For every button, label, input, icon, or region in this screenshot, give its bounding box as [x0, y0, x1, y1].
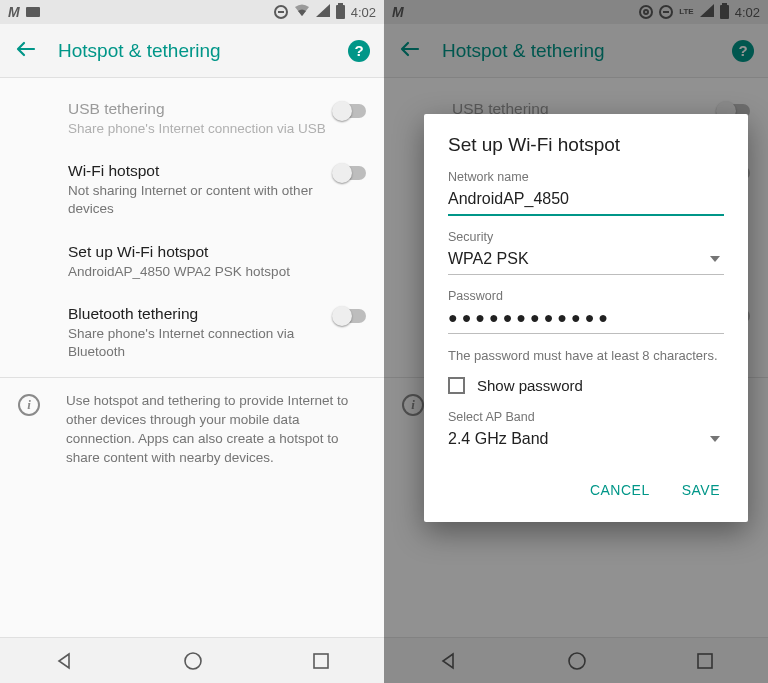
- row-wifi-hotspot[interactable]: Wi-Fi hotspot Not sharing Internet or co…: [0, 150, 384, 230]
- row-subtitle: Not sharing Internet or content with oth…: [68, 182, 332, 218]
- screen-right: M LTE 4:02 Hotspot & tethering ? USB tet…: [384, 0, 768, 683]
- row-usb-tethering[interactable]: USB tethering Share phone's Internet con…: [0, 88, 384, 150]
- dialog-title: Set up Wi-Fi hotspot: [448, 134, 724, 156]
- info-icon: i: [18, 394, 40, 416]
- signal-icon: [316, 4, 330, 20]
- save-button[interactable]: SAVE: [678, 474, 724, 506]
- show-password-row[interactable]: Show password: [448, 377, 724, 394]
- checkbox-label: Show password: [477, 377, 583, 394]
- dnd-icon: [274, 5, 288, 19]
- svg-point-0: [185, 653, 201, 669]
- field-label: Security: [448, 230, 724, 244]
- nav-home-icon[interactable]: [182, 650, 204, 672]
- help-icon[interactable]: ?: [348, 40, 370, 62]
- back-icon[interactable]: [14, 38, 36, 64]
- dialog-setup-hotspot: Set up Wi-Fi hotspot Network name Androi…: [424, 114, 748, 522]
- row-title: USB tethering: [68, 100, 332, 118]
- checkbox-show-password[interactable]: [448, 377, 465, 394]
- row-subtitle: Share phone's Internet connection via US…: [68, 120, 332, 138]
- wifi-icon: [294, 4, 310, 20]
- screen-left: M 4:02 Hotspot & tethering ? USB tetheri…: [0, 0, 384, 683]
- field-password[interactable]: Password ●●●●●●●●●●●●: [448, 289, 724, 334]
- toggle-wifi[interactable]: [334, 166, 366, 180]
- nav-back-icon[interactable]: [53, 650, 75, 672]
- info-text: Use hotspot and tethering to provide Int…: [66, 392, 366, 468]
- field-security[interactable]: Security WPA2 PSK: [448, 230, 724, 275]
- row-subtitle: Share phone's Internet connection via Bl…: [68, 325, 332, 361]
- field-label: Network name: [448, 170, 724, 184]
- field-label: Password: [448, 289, 724, 303]
- field-ap-band[interactable]: Select AP Band 2.4 GHz Band: [448, 410, 724, 454]
- page-title: Hotspot & tethering: [58, 40, 348, 62]
- dialog-actions: CANCEL SAVE: [448, 468, 724, 512]
- notif-icon-m: M: [8, 4, 20, 20]
- nav-bar: [0, 637, 384, 683]
- svg-rect-1: [314, 654, 328, 668]
- status-time: 4:02: [351, 5, 376, 20]
- settings-list: USB tethering Share phone's Internet con…: [0, 78, 384, 637]
- password-hint: The password must have at least 8 charac…: [448, 348, 724, 363]
- password-input[interactable]: ●●●●●●●●●●●●: [448, 307, 724, 334]
- ap-band-select[interactable]: 2.4 GHz Band: [448, 428, 724, 454]
- info-row: i Use hotspot and tethering to provide I…: [0, 377, 384, 482]
- row-bluetooth-tethering[interactable]: Bluetooth tethering Share phone's Intern…: [0, 293, 384, 373]
- row-setup-hotspot[interactable]: Set up Wi-Fi hotspot AndroidAP_4850 WPA2…: [0, 231, 384, 293]
- toggle-bt[interactable]: [334, 309, 366, 323]
- row-title: Bluetooth tethering: [68, 305, 332, 323]
- network-name-input[interactable]: AndroidAP_4850: [448, 188, 724, 216]
- row-title: Wi-Fi hotspot: [68, 162, 332, 180]
- security-select[interactable]: WPA2 PSK: [448, 248, 724, 275]
- cancel-button[interactable]: CANCEL: [586, 474, 654, 506]
- notif-icon-screenshot: [26, 7, 40, 17]
- app-bar: Hotspot & tethering ?: [0, 24, 384, 78]
- battery-icon: [336, 5, 345, 19]
- toggle-usb[interactable]: [334, 104, 366, 118]
- row-subtitle: AndroidAP_4850 WPA2 PSK hotspot: [68, 263, 332, 281]
- status-bar: M 4:02: [0, 0, 384, 24]
- field-label: Select AP Band: [448, 410, 724, 424]
- nav-recent-icon[interactable]: [311, 651, 331, 671]
- field-network-name[interactable]: Network name AndroidAP_4850: [448, 170, 724, 216]
- row-title: Set up Wi-Fi hotspot: [68, 243, 332, 261]
